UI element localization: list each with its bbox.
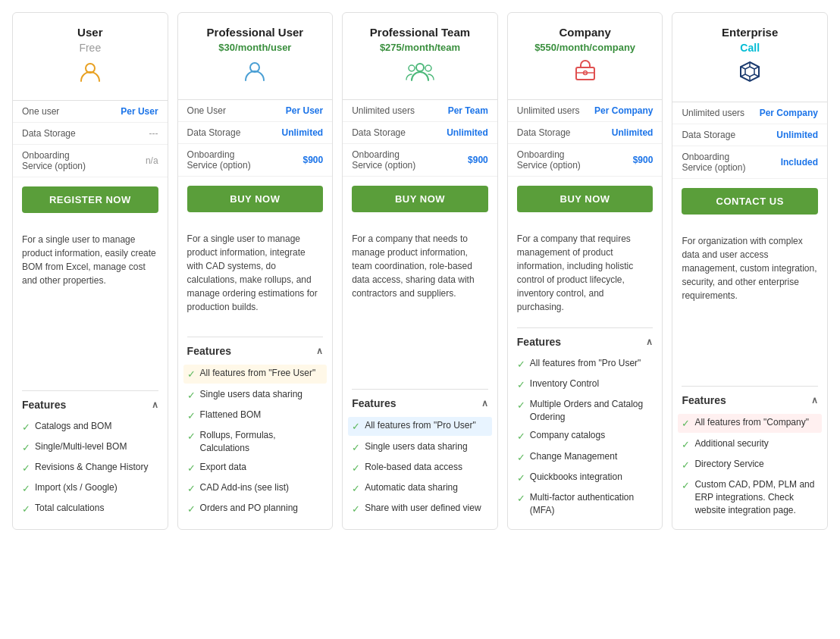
users-value: Per Company [760, 108, 818, 118]
plan-icon [22, 60, 158, 88]
svg-point-3 [409, 65, 415, 71]
check-icon: ✓ [187, 462, 196, 475]
features-section: Features ∧ ✓ Catalogs and BOM ✓ Single/M… [13, 387, 168, 529]
onboarding-value: $900 [302, 155, 323, 165]
feature-text: Revisions & Change History [35, 461, 148, 474]
users-value: Per Team [448, 105, 488, 116]
onboarding-value: Included [781, 157, 818, 168]
feature-text: Total calculations [35, 502, 104, 515]
users-row: One user Per User [13, 101, 168, 123]
plan-features-table: One user Per User Data Storage --- Onboa… [13, 101, 168, 177]
feature-text: Rollups, Formulas, Calculations [200, 429, 324, 455]
cta-button[interactable]: BUY NOW [187, 186, 324, 212]
plan-name: User [22, 25, 158, 40]
storage-label: Data Storage [517, 127, 571, 138]
check-icon: ✓ [22, 441, 30, 455]
features-section: Features ∧ ✓ All features from "Free Use… [178, 334, 333, 529]
svg-point-4 [425, 65, 431, 71]
feature-text: Quickbooks integration [530, 471, 622, 484]
users-label: Unlimited users [352, 105, 415, 116]
plan-name: Company [517, 25, 654, 40]
feature-text: All features from "Free User" [200, 367, 316, 380]
users-label: Unlimited users [682, 108, 744, 118]
plan-card-enterprise: Enterprise Call Unlimited users Per Comp… [672, 12, 828, 530]
cta-button[interactable]: BUY NOW [352, 186, 488, 212]
cta-button[interactable]: REGISTER NOW [22, 186, 158, 213]
feature-item: ✓ Orders and PO planning [187, 499, 324, 519]
storage-value: --- [149, 128, 158, 139]
chevron-up-icon[interactable]: ∧ [316, 346, 323, 356]
feature-text: Single/Multi-level BOM [35, 440, 127, 453]
plan-price: Free [22, 42, 158, 54]
plan-description: For a company that needs to manage produ… [343, 221, 497, 386]
feature-item: ✓ Automatic data sharing [352, 478, 488, 499]
feature-item: ✓ Multi-factor authentication (MFA) [517, 488, 654, 520]
onboarding-value: n/a [146, 155, 158, 166]
storage-value: Unlimited [447, 127, 488, 138]
plan-card-user: User Free One user Per User Data Storage… [12, 12, 168, 530]
check-icon: ✓ [517, 399, 525, 412]
storage-value: Unlimited [612, 127, 654, 138]
feature-text: Automatic data sharing [365, 481, 458, 494]
features-title: Features [187, 345, 231, 357]
feature-item: ✓ CAD Add-ins (see list) [187, 478, 324, 499]
chevron-up-icon[interactable]: ∧ [481, 398, 488, 409]
check-icon: ✓ [352, 482, 360, 496]
check-icon: ✓ [187, 409, 196, 423]
plan-features-table: Unlimited users Per Company Data Storage… [508, 100, 663, 177]
plan-price: $30/month/user [187, 42, 324, 53]
storage-row: Data Storage Unlimited [508, 122, 663, 144]
feature-text: Company catalogs [530, 429, 605, 442]
check-icon: ✓ [187, 389, 196, 403]
features-list: ✓ All features from "Pro User" ✓ Single … [352, 417, 488, 520]
feature-text: Flattened BOM [200, 409, 262, 421]
features-section: Features ∧ ✓ All features from "Pro User… [508, 324, 663, 529]
feature-item: ✓ Custom CAD, PDM, PLM and ERP integrati… [682, 475, 818, 519]
storage-label: Data Storage [22, 128, 76, 139]
chevron-up-icon[interactable]: ∧ [646, 337, 653, 347]
plan-price: $550/month/company [517, 42, 654, 53]
feature-item: ✓ Additional security [682, 434, 818, 455]
users-row: One User Per User [178, 100, 333, 122]
storage-row: Data Storage Unlimited [672, 124, 827, 146]
check-icon: ✓ [22, 462, 30, 475]
cta-button[interactable]: CONTACT US [682, 188, 818, 215]
users-row: Unlimited users Per Company [672, 102, 827, 124]
chevron-up-icon[interactable]: ∧ [152, 399, 158, 410]
features-header: Features ∧ [682, 386, 818, 412]
feature-item: ✓ Quickbooks integration [517, 468, 654, 488]
feature-text: Single users data sharing [365, 440, 467, 453]
plan-features-table: One User Per User Data Storage Unlimited… [178, 100, 333, 177]
feature-item: ✓ Single users data sharing [352, 437, 488, 458]
feature-item: ✓ Export data [187, 458, 324, 478]
chevron-up-icon[interactable]: ∧ [811, 395, 818, 406]
feature-text: Multiple Orders and Catalog Ordering [530, 398, 654, 424]
onboarding-row: Onboarding Service (option) $900 [508, 144, 663, 177]
feature-item: ✓ Role-based data access [352, 458, 488, 478]
svg-point-2 [416, 64, 424, 71]
feature-item: ✓ Multiple Orders and Catalog Ordering [517, 395, 654, 427]
check-icon: ✓ [352, 441, 360, 455]
plan-name: Professional Team [352, 25, 488, 40]
check-icon: ✓ [22, 421, 30, 434]
users-value: Per User [286, 105, 323, 116]
check-icon: ✓ [352, 503, 360, 516]
feature-text: All features from "Company" [694, 416, 809, 429]
plan-price: Call [682, 42, 818, 54]
feature-text: Catalogs and BOM [35, 420, 111, 433]
check-icon: ✓ [22, 503, 30, 516]
features-list: ✓ All features from "Free User" ✓ Single… [187, 365, 324, 520]
storage-row: Data Storage Unlimited [178, 122, 333, 144]
check-icon: ✓ [517, 451, 525, 465]
onboarding-label: Onboarding Service (option) [352, 149, 415, 171]
plan-card-pro-team: Professional Team $275/month/team Unlimi… [342, 12, 498, 530]
plan-price: $275/month/team [352, 42, 488, 53]
check-icon: ✓ [682, 417, 690, 431]
check-icon: ✓ [517, 471, 525, 485]
feature-item: ✓ Total calculations [22, 499, 158, 519]
plan-header: Professional Team $275/month/team [343, 13, 497, 100]
check-icon: ✓ [187, 482, 196, 496]
feature-item: ✓ Change Management [517, 447, 654, 468]
users-row: Unlimited users Per Company [508, 100, 663, 122]
cta-button[interactable]: BUY NOW [517, 186, 654, 212]
